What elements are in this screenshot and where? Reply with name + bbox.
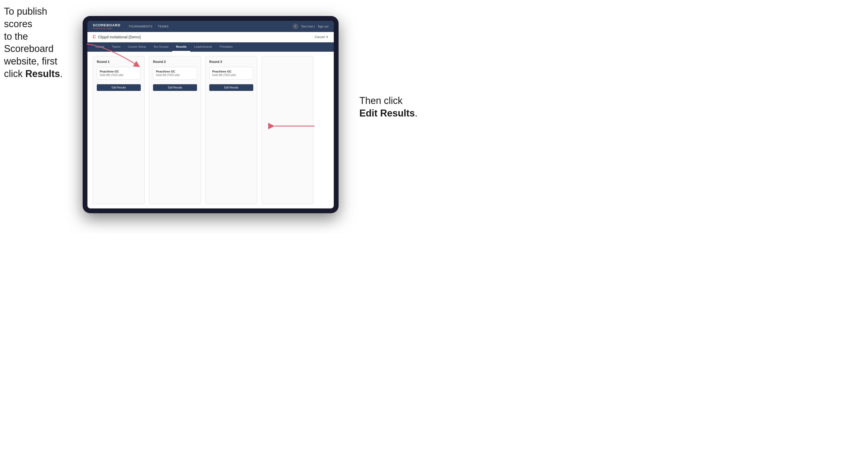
user-avatar: T bbox=[292, 24, 298, 29]
edit-results-btn-2[interactable]: Edit Results bbox=[153, 84, 197, 91]
nav-tournaments[interactable]: TOURNAMENTS bbox=[128, 24, 153, 29]
round-2-course-card: Peachtree GC Gold (M) (7010 yds) bbox=[153, 67, 197, 80]
round-3-course-tee: Gold (M) (7010 yds) bbox=[212, 73, 250, 76]
tablet-screen: SCOREBOARD Powered by clippd TOURNAMENTS… bbox=[87, 21, 334, 209]
instruction-right: Then click Edit Results. bbox=[359, 95, 429, 120]
instruction-left: To publish scores to the Scoreboard webs… bbox=[4, 5, 76, 80]
round-2-course-tee: Gold (M) (7010 yds) bbox=[156, 73, 194, 76]
round-1-course-card: Peachtree GC Gold (M) (7010 yds) bbox=[97, 67, 141, 80]
cancel-button[interactable]: Cancel ✕ bbox=[315, 35, 329, 39]
nav-links: TOURNAMENTS TEAMS bbox=[128, 24, 292, 29]
tournament-icon: C bbox=[93, 35, 96, 39]
tournament-header: C Clippd Invitational (Demo) Cancel ✕ bbox=[87, 32, 334, 42]
tab-details[interactable]: Details bbox=[92, 42, 108, 52]
round-1-course-name: Peachtree GC bbox=[100, 70, 138, 73]
empty-column bbox=[261, 56, 313, 204]
cancel-label: Cancel bbox=[315, 35, 325, 39]
edit-results-btn-1[interactable]: Edit Results bbox=[97, 84, 141, 91]
nav-teams[interactable]: TEAMS bbox=[158, 24, 168, 29]
tab-printables[interactable]: Printables bbox=[216, 42, 237, 52]
user-label: Test User | bbox=[301, 25, 315, 28]
round-1-column: Round 1 Peachtree GC Gold (M) (7010 yds)… bbox=[93, 56, 145, 204]
round-2-column: Round 2 Peachtree GC Gold (M) (7010 yds)… bbox=[149, 56, 201, 204]
tab-bar: Details Teams Course Setup Tee Groups Re… bbox=[87, 42, 334, 52]
nav-right: T Test User | Sign out bbox=[292, 24, 329, 29]
tablet-device: SCOREBOARD Powered by clippd TOURNAMENTS… bbox=[83, 16, 339, 213]
round-3-course-name: Peachtree GC bbox=[212, 70, 250, 73]
round-1-title: Round 1 bbox=[97, 60, 141, 64]
sign-out-link[interactable]: Sign out bbox=[318, 25, 329, 28]
round-1-course-tee: Gold (M) (7010 yds) bbox=[100, 73, 138, 76]
logo-sub: Powered by clippd bbox=[93, 27, 121, 30]
tournament-title-area: C Clippd Invitational (Demo) bbox=[93, 35, 141, 39]
round-3-column: Round 3 Peachtree GC Gold (M) (7010 yds)… bbox=[205, 56, 257, 204]
round-3-course-card: Peachtree GC Gold (M) (7010 yds) bbox=[209, 67, 253, 80]
tab-leaderboards[interactable]: Leaderboards bbox=[190, 42, 216, 52]
tab-tee-groups[interactable]: Tee Groups bbox=[150, 42, 172, 52]
logo-area: SCOREBOARD Powered by clippd bbox=[93, 23, 121, 30]
logo-text: SCOREBOARD bbox=[93, 23, 121, 27]
tab-results[interactable]: Results bbox=[172, 42, 190, 52]
cancel-icon: ✕ bbox=[326, 35, 329, 39]
tab-course-setup[interactable]: Course Setup bbox=[124, 42, 150, 52]
page-content: C Clippd Invitational (Demo) Cancel ✕ De… bbox=[87, 32, 334, 209]
tab-teams[interactable]: Teams bbox=[108, 42, 124, 52]
round-3-title: Round 3 bbox=[209, 60, 253, 64]
round-2-course-name: Peachtree GC bbox=[156, 70, 194, 73]
edit-results-btn-3[interactable]: Edit Results bbox=[209, 84, 253, 91]
rounds-area: Round 1 Peachtree GC Gold (M) (7010 yds)… bbox=[87, 52, 334, 209]
tournament-name: Clippd Invitational (Demo) bbox=[98, 35, 141, 39]
round-2-title: Round 2 bbox=[153, 60, 197, 64]
navbar: SCOREBOARD Powered by clippd TOURNAMENTS… bbox=[87, 21, 334, 32]
